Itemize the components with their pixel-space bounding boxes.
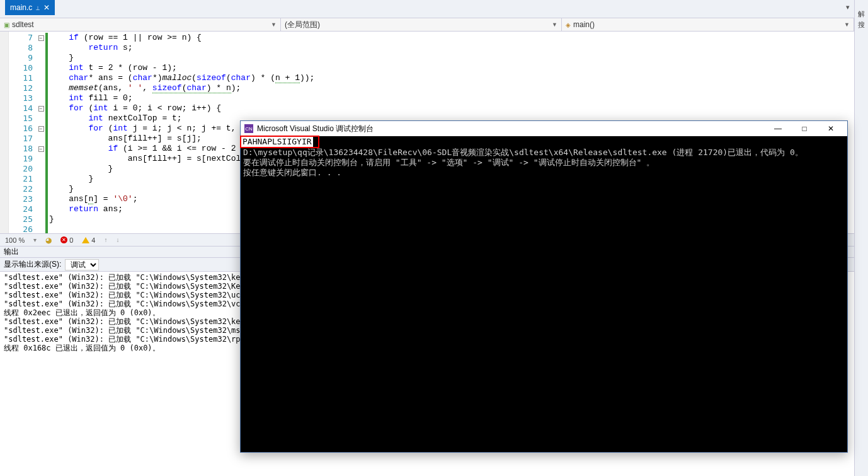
dropdown-icon[interactable]: ▾ [843,2,853,12]
close-button[interactable]: ✕ [818,122,843,135]
line-number-gutter: 7891011121314151617181920212223242526272… [9,32,37,233]
warning-count[interactable]: 4 [82,236,95,244]
side-tab-solution[interactable]: 解 [855,0,868,10]
file-tab-main-c[interactable]: main.c ⟂ ✕ [5,0,55,15]
chevron-down-icon: ▼ [548,21,557,28]
fold-gutter[interactable]: −−−−− [37,32,45,233]
scope-project[interactable]: ▣ sdltest ▼ [0,18,281,31]
method-icon: ◈ [566,21,571,28]
console-title-text: Microsoft Visual Studio 调试控制台 [257,124,374,134]
close-icon[interactable]: ✕ [43,3,50,12]
error-count[interactable]: ✕0 [60,236,73,244]
console-output[interactable]: PAHNAPLSIIGYIR D:\mysetup\qq记录\136234428… [241,136,847,452]
scope-project-label: sdltest [12,20,34,29]
error-icon: ✕ [60,236,67,243]
console-titlebar[interactable]: CN Microsoft Visual Studio 调试控制台 — □ ✕ [241,121,847,136]
scope-global-label: (全局范围) [285,20,320,30]
file-tab-label: main.c [10,3,32,12]
output-source-select[interactable]: 调试 [65,259,99,270]
console-app-icon: CN [244,124,253,133]
console-selection: PAHNAPLSIIGYIR [241,137,313,147]
minimize-button[interactable]: — [765,122,791,135]
maximize-button[interactable]: □ [792,122,817,135]
side-tool-tabs: 解 搜 [854,0,868,476]
side-tab-search[interactable]: 搜 [855,10,868,20]
output-source-label: 显示输出来源(S): [4,259,61,270]
navigation-scope-bar: ▣ sdltest ▼ (全局范围) ▼ ◈ main() ▼ ╬ [0,18,868,32]
lightbulb-icon[interactable]: ◕ [45,236,52,245]
chevron-down-icon[interactable]: ▾ [33,236,37,243]
scope-function[interactable]: ◈ main() ▼ [562,18,854,31]
warning-icon [82,237,89,243]
document-tab-bar: main.c ⟂ ✕ ▾ ⚙ [0,0,868,18]
debug-console-window: CN Microsoft Visual Studio 调试控制台 — □ ✕ P… [240,120,848,453]
arrow-down-icon[interactable]: ↓ [116,236,119,243]
output-title: 输出 [4,247,19,257]
chevron-down-icon: ▼ [267,21,277,28]
chevron-down-icon: ▼ [840,21,850,28]
breakpoint-gutter[interactable] [0,32,9,233]
pin-icon[interactable]: ⟂ [36,4,40,11]
scope-global[interactable]: (全局范围) ▼ [281,18,562,31]
scope-function-label: main() [573,20,595,29]
project-icon: ▣ [4,21,9,28]
zoom-level[interactable]: 100 % [5,236,25,244]
arrow-up-icon[interactable]: ↑ [104,236,107,243]
